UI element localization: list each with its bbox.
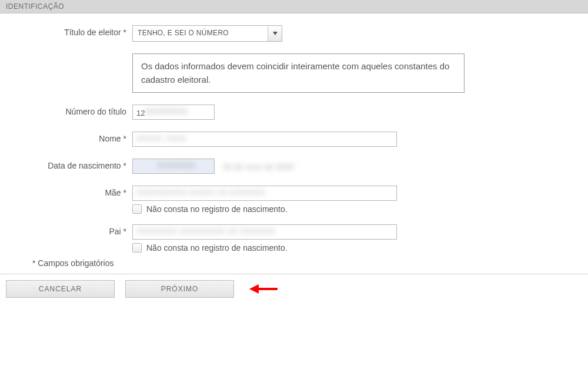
row-data-nascimento: Data de nascimento * 00/00/0000 00 de xx… <box>18 159 570 174</box>
data-nascimento-aux: 00 de xxxx de 0000 <box>223 162 294 171</box>
row-mae: Mãe * XXXXXXXXXX XXXXX XX XXXXXXX Não co… <box>18 186 570 214</box>
label-mae: Mãe * <box>18 186 132 197</box>
pai-input[interactable]: XXXXXXXX XXXXXXXXX XX XXXXXXX <box>132 224 397 240</box>
numero-titulo-input[interactable]: 120000000000 <box>132 105 215 120</box>
mae-input[interactable]: XXXXXXXXXX XXXXX XX XXXXXXX <box>132 186 397 201</box>
identification-form: Título de eleitor * TENHO, E SEI O NÚMER… <box>0 14 588 274</box>
mae-checkbox[interactable] <box>132 204 142 214</box>
button-bar: CANCELAR PRÓXIMO <box>0 274 588 304</box>
label-nome: Nome * <box>18 132 132 143</box>
svg-marker-0 <box>273 32 278 35</box>
label-numero-titulo: Número do título <box>18 105 132 116</box>
nome-input[interactable]: XXXXX, XXXX <box>132 132 397 147</box>
titulo-eleitor-value: TENHO, E SEI O NÚMERO <box>133 26 268 41</box>
row-notice: Os dados informados devem coincidir inte… <box>18 53 570 93</box>
label-titulo-eleitor: Título de eleitor * <box>18 25 132 37</box>
section-header: IDENTIFICAÇÃO <box>0 0 588 14</box>
row-titulo-eleitor: Título de eleitor * TENHO, E SEI O NÚMER… <box>18 25 570 42</box>
row-nome: Nome * XXXXX, XXXX <box>18 132 570 147</box>
mae-checkbox-row: Não consta no registro de nascimento. <box>132 204 570 214</box>
notice-text: Os dados informados devem coincidir inte… <box>132 53 465 93</box>
arrow-annotation-icon <box>249 283 278 295</box>
svg-marker-2 <box>249 284 259 294</box>
pai-checkbox-label: Não consta no registro de nascimento. <box>146 243 288 253</box>
mae-checkbox-label: Não consta no registro de nascimento. <box>146 204 288 214</box>
cancel-button[interactable]: CANCELAR <box>6 280 115 298</box>
next-button[interactable]: PRÓXIMO <box>125 280 234 298</box>
pai-checkbox-row: Não consta no registro de nascimento. <box>132 243 570 253</box>
data-nascimento-input[interactable]: 00/00/0000 <box>132 159 215 174</box>
label-pai: Pai * <box>18 224 132 236</box>
pai-checkbox[interactable] <box>132 243 142 253</box>
chevron-down-icon <box>268 26 282 41</box>
row-numero-titulo: Número do título 120000000000 <box>18 105 570 120</box>
label-data-nascimento: Data de nascimento * <box>18 159 132 170</box>
titulo-eleitor-select[interactable]: TENHO, E SEI O NÚMERO <box>132 25 282 42</box>
row-pai: Pai * XXXXXXXX XXXXXXXXX XX XXXXXXX Não … <box>18 224 570 253</box>
section-title: IDENTIFICAÇÃO <box>6 2 64 11</box>
required-fields-note: * Campos obrigatórios <box>32 258 570 268</box>
